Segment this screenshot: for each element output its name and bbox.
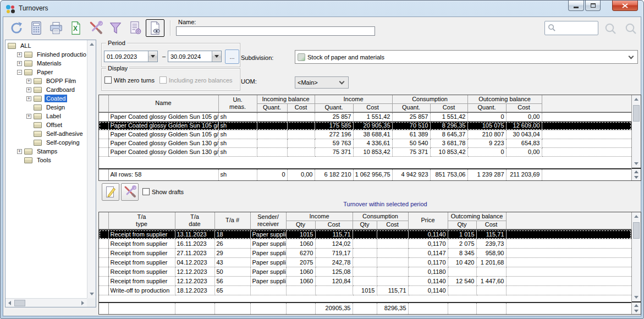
cell[interactable]: 75 371: [315, 148, 353, 157]
cell[interactable]: [377, 249, 408, 258]
expand-icon[interactable]: +: [26, 79, 31, 84]
cell[interactable]: 0,00: [287, 169, 315, 180]
view-document-button[interactable]: [146, 19, 164, 37]
col-cost[interactable]: Cost: [506, 103, 542, 112]
cell[interactable]: [476, 286, 506, 295]
maximize-button[interactable]: [585, 1, 601, 11]
cell[interactable]: [287, 130, 315, 139]
scrollbar-thumb[interactable]: [633, 222, 640, 239]
document-tools-button[interactable]: [121, 183, 139, 201]
cell[interactable]: 10 853,42: [430, 148, 467, 157]
table-row[interactable]: Paper Coated glossy Golden Sun 105 g/msh…: [99, 113, 631, 122]
col-name[interactable]: Name: [108, 95, 218, 112]
col-ta-number[interactable]: T/a #: [214, 212, 250, 229]
cell[interactable]: 8296,35: [377, 303, 408, 314]
cell[interactable]: 18.12.2023: [175, 286, 214, 295]
search-prev-button[interactable]: [624, 22, 637, 36]
cell[interactable]: All rows: 58: [108, 169, 218, 180]
expand-icon[interactable]: +: [26, 114, 31, 119]
col-quant[interactable]: Quant.: [257, 103, 287, 112]
col-cost[interactable]: Cost: [476, 221, 506, 229]
col-quant[interactable]: Quant.: [315, 103, 353, 112]
tree-item-stamps[interactable]: +Stamps: [5, 147, 86, 156]
cell[interactable]: [353, 258, 377, 267]
tree-item-offset[interactable]: Offset: [5, 120, 86, 129]
cell[interactable]: [108, 303, 175, 314]
cell[interactable]: sh: [218, 122, 257, 130]
cell[interactable]: 12 540: [448, 277, 476, 286]
table-row[interactable]: Receipt from supplier13.11.202318Paper s…: [99, 230, 631, 239]
row-indicator[interactable]: [99, 230, 108, 239]
tree-item-self-copying[interactable]: Self-copying: [5, 138, 86, 147]
scroll-up-button[interactable]: [87, 40, 96, 49]
cell[interactable]: [353, 230, 377, 239]
col-qty[interactable]: Qty: [286, 221, 315, 229]
cell[interactable]: Paper supplier: [250, 258, 286, 267]
tree-item-cardboard[interactable]: +Cardboard: [5, 85, 86, 94]
cell[interactable]: 20 905,35: [353, 122, 392, 130]
totals-spinner[interactable]: [632, 301, 641, 314]
cell[interactable]: 0,1170: [408, 258, 448, 267]
table-row[interactable]: Write-off to production18.12.20236510151…: [99, 286, 631, 295]
cell[interactable]: 8 345: [448, 249, 476, 258]
report-settings-button[interactable]: [126, 19, 145, 37]
expand-icon[interactable]: +: [26, 96, 31, 101]
cell[interactable]: [377, 239, 408, 249]
col-group-outcoming-balance[interactable]: Outcoming balance: [467, 95, 542, 103]
cell[interactable]: Receipt from supplier: [108, 267, 175, 277]
cell[interactable]: 1060: [286, 277, 315, 286]
cell[interactable]: Paper Coated glossy Golden Sun 105 g/m: [108, 130, 218, 139]
cell[interactable]: 1 447,60: [476, 277, 506, 286]
cell[interactable]: 1 201,68: [476, 258, 506, 267]
cell[interactable]: 26: [214, 239, 250, 249]
calculator-button[interactable]: [27, 19, 46, 37]
cell[interactable]: 75 371: [392, 148, 430, 157]
checkbox[interactable]: [142, 188, 150, 195]
cell[interactable]: [287, 122, 315, 130]
totals-spinner[interactable]: [632, 168, 641, 180]
cell[interactable]: [175, 303, 214, 314]
dropdown-button[interactable]: [212, 51, 221, 62]
row-indicator[interactable]: [99, 130, 108, 139]
cell[interactable]: 3 681,78: [430, 139, 467, 148]
col-ta-date[interactable]: T/a date: [175, 212, 214, 229]
cell[interactable]: [476, 267, 506, 277]
cell[interactable]: 25 857: [392, 113, 430, 122]
cell[interactable]: 27.11.2023: [175, 249, 214, 258]
cell[interactable]: 210 807: [467, 130, 506, 139]
cell[interactable]: Paper supplier: [250, 230, 286, 239]
cell[interactable]: 1 551,42: [353, 113, 392, 122]
tree-item-bopp-film[interactable]: +BOPP Film: [5, 76, 86, 85]
row-indicator[interactable]: [99, 277, 108, 286]
cell[interactable]: Paper Coated glossy Golden Sun 105 g/m: [108, 113, 218, 122]
scroll-left-button[interactable]: [5, 299, 14, 307]
cell[interactable]: 2075: [286, 258, 315, 267]
cell[interactable]: 18: [214, 230, 250, 239]
cell[interactable]: 50 540: [392, 139, 430, 148]
cell[interactable]: [448, 267, 476, 277]
cell[interactable]: 120,84: [315, 277, 353, 286]
cell[interactable]: 10 420: [448, 258, 476, 267]
dropdown-button[interactable]: [148, 51, 157, 62]
expand-icon[interactable]: +: [17, 149, 22, 154]
cell[interactable]: [257, 122, 287, 130]
cell[interactable]: 8 645,37: [430, 130, 467, 139]
row-indicator[interactable]: [99, 258, 108, 267]
cell[interactable]: 4 336,61: [353, 139, 392, 148]
table-row[interactable]: Receipt from supplier27.11.202329Paper s…: [99, 249, 631, 258]
scroll-up-button[interactable]: [632, 95, 641, 104]
cell[interactable]: [408, 303, 448, 314]
col-cost[interactable]: Cost: [430, 103, 467, 112]
tree-horizontal-scrollbar[interactable]: [5, 298, 87, 307]
cell[interactable]: Receipt from supplier: [108, 277, 175, 286]
cell[interactable]: [353, 239, 377, 249]
cell[interactable]: 0,1180: [408, 267, 448, 277]
cell[interactable]: [287, 139, 315, 148]
cell[interactable]: 654,83: [506, 139, 542, 148]
cell[interactable]: 115,71: [377, 286, 408, 295]
tree-item-all[interactable]: ALL: [5, 41, 86, 50]
cell[interactable]: [214, 303, 250, 314]
table-row[interactable]: Paper Coated glossy Golden Sun 105 g/msh…: [99, 130, 631, 139]
col-group-income[interactable]: Income: [286, 212, 353, 221]
cell[interactable]: [377, 267, 408, 277]
